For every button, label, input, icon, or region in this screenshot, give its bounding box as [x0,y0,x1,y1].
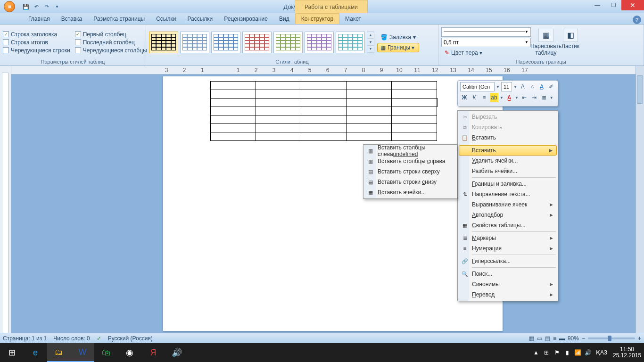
font-color-icon[interactable]: A̲ [505,93,513,102]
tray-network-icon[interactable]: 📶 [572,349,583,356]
view-web-icon[interactable]: ▤ [545,335,550,342]
tab-mailings[interactable]: Рассылки [182,14,218,24]
menu-item[interactable]: ⇅Направление текста... [459,189,557,199]
tab-page-layout[interactable]: Разметка страницы [88,14,150,24]
style-thumb[interactable] [180,32,209,53]
borders-button[interactable]: ▦Границы ▾ [377,43,419,52]
qat-more-icon[interactable]: ▼ [53,2,61,11]
shrink-font-icon[interactable]: A [528,82,536,91]
tab-review[interactable]: Рецензирование [218,14,273,24]
minimize-button[interactable]: — [589,0,605,10]
start-button[interactable]: ⊞ [0,343,24,362]
menu-item[interactable]: ▦Вставить ячейки... [364,187,456,197]
highlight-icon[interactable]: ab [490,93,498,102]
tray-up-icon[interactable]: ▲ [531,349,541,356]
help-button[interactable]: ? [633,16,641,24]
menu-item[interactable]: Выравнивание ячеек▶ [459,199,557,210]
decrease-indent-icon[interactable]: ⇤ [520,93,528,102]
horizontal-ruler[interactable]: 3211234567891011121314151617 [11,66,644,74]
language-indicator[interactable]: ҚАЗ [593,349,610,356]
menu-item[interactable]: 📋Вставить [459,132,557,143]
grow-font-icon[interactable]: A [519,82,527,91]
bold-icon[interactable]: Ж [460,93,469,102]
tab-design[interactable]: Конструктор [295,13,339,24]
view-outline-icon[interactable]: ≡ [553,335,556,342]
menu-item[interactable]: ▤Вставить строки снизу [364,177,456,187]
taskbar-chrome[interactable]: ◉ [118,343,141,362]
style-thumb[interactable] [211,32,240,53]
office-button[interactable]: ⊞ [0,0,19,13]
border-width-combo[interactable]: 0,5 пт▼ [441,38,531,47]
zoom-level[interactable]: 90% [568,335,579,342]
menu-item[interactable]: ▥Вставить столбцы справа [364,156,456,166]
style-thumb[interactable] [273,32,303,53]
format-painter-icon[interactable]: ✐ [547,82,555,91]
menu-item[interactable]: Удалить ячейки... [459,156,557,166]
style-thumb[interactable] [336,32,365,53]
table-style-option[interactable]: ✓Строка заголовка [3,31,70,38]
table-style-option[interactable]: ✓Первый столбец [75,31,147,38]
menu-item[interactable]: ≣Маркеры▶ [459,233,557,243]
word-count[interactable]: Число слов: 0 [53,335,90,342]
taskbar-store[interactable]: 🛍 [94,343,118,362]
border-style-combo[interactable]: ▼ [441,27,531,37]
tab-insert[interactable]: Вставка [56,14,88,24]
style-thumb[interactable] [149,32,178,53]
font-combo[interactable]: Calibri (Осн [460,82,495,91]
pen-color-button[interactable]: ✎Цвет пера ▾ [441,48,531,58]
italic-icon[interactable]: К [470,93,479,102]
bullets-icon[interactable]: ≣ [540,93,548,102]
tray-battery-icon[interactable]: ▮ [562,349,572,356]
close-button[interactable]: ✕ [621,0,644,10]
document-table[interactable] [210,81,438,141]
page[interactable] [163,76,503,331]
table-style-option[interactable]: Чередующиеся столбцы [75,47,147,54]
tray-icon[interactable]: ⊞ [541,349,552,356]
font-size-combo[interactable]: 11 [501,82,512,91]
zoom-out-button[interactable]: − [582,335,585,342]
menu-item[interactable]: Границы и заливка... [459,179,557,189]
menu-item[interactable]: Перевод▶ [459,289,557,300]
menu-item[interactable]: ▤Вставить строки сверху [364,166,456,177]
align-center-icon[interactable]: ≡ [480,93,488,102]
menu-item[interactable]: Синонимы▶ [459,279,557,289]
menu-item[interactable]: 🔗Гиперссылка... [459,256,557,266]
table-styles-gallery[interactable]: ▲▼▾ [149,32,374,53]
view-read-icon[interactable]: ▭ [537,335,542,342]
taskbar-sound[interactable]: 🔊 [165,343,189,362]
table-style-option[interactable]: Чередующиеся строки [3,47,70,54]
tray-volume-icon[interactable]: 🔊 [583,349,593,356]
gallery-more-button[interactable]: ▲▼▾ [367,32,374,53]
draw-table-button[interactable]: ▦Нарисовать таблицу [535,29,557,56]
view-draft-icon[interactable]: ▬ [559,335,565,342]
language-indicator[interactable]: Русский (Россия) [108,335,153,342]
menu-item[interactable]: Автоподбор▶ [459,210,557,220]
spell-check-icon[interactable]: ✓ [97,335,101,342]
tab-home[interactable]: Главная [23,14,56,24]
increase-indent-icon[interactable]: ⇥ [530,93,538,102]
table-style-option[interactable]: Последний столбец [75,39,147,46]
taskbar-word[interactable]: W [71,343,94,362]
tab-layout[interactable]: Макет [339,14,367,24]
page-indicator[interactable]: Страница: 1 из 1 [3,335,47,342]
menu-item[interactable]: ▥Вставить столбцы слеваundefined [364,146,456,156]
taskbar-ie[interactable]: e [24,343,47,362]
vertical-scrollbar[interactable] [636,66,644,337]
table-style-option[interactable]: Строка итогов [3,39,70,46]
save-icon[interactable]: 💾 [22,2,30,11]
menu-item[interactable]: ▦Свойства таблицы... [459,220,557,230]
shading-button[interactable]: 🪣Заливка ▾ [377,33,419,42]
eraser-button[interactable]: ◧Ластик [559,29,582,56]
menu-item[interactable]: Разбить ячейки... [459,166,557,176]
menu-item[interactable]: ≡Нумерация▶ [459,243,557,254]
tab-references[interactable]: Ссылки [150,14,182,24]
taskbar-yandex[interactable]: Я [141,343,165,362]
menu-item[interactable]: Вставить▶ [459,145,557,156]
style-thumb[interactable] [305,32,334,53]
style-thumb[interactable] [242,32,272,53]
undo-icon[interactable]: ↶ [32,2,41,11]
styles-icon[interactable]: A̲ [538,82,546,91]
zoom-slider[interactable] [588,337,635,339]
redo-icon[interactable]: ↷ [42,2,51,11]
zoom-in-button[interactable]: + [638,335,641,342]
